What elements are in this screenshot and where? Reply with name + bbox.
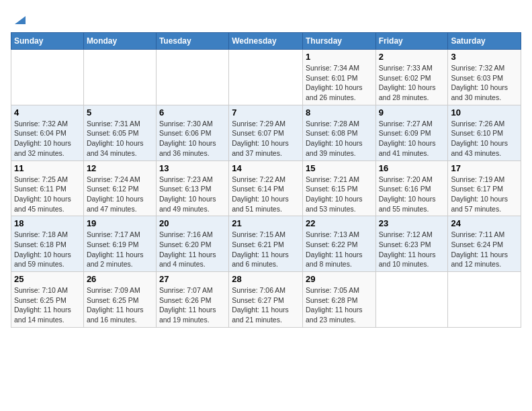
svg-marker-0 xyxy=(15,16,26,24)
calendar-cell xyxy=(229,50,303,105)
calendar-cell: 2Sunrise: 7:33 AM Sunset: 6:02 PM Daylig… xyxy=(375,50,448,105)
calendar-cell: 6Sunrise: 7:30 AM Sunset: 6:06 PM Daylig… xyxy=(156,105,228,161)
calendar-cell: 28Sunrise: 7:06 AM Sunset: 6:27 PM Dayli… xyxy=(229,272,303,328)
day-info: Sunrise: 7:32 AM Sunset: 6:04 PM Dayligh… xyxy=(14,119,81,158)
calendar-week-row: 18Sunrise: 7:18 AM Sunset: 6:18 PM Dayli… xyxy=(11,216,521,272)
calendar-cell xyxy=(83,50,156,105)
day-number: 26 xyxy=(87,274,153,284)
calendar-cell: 13Sunrise: 7:23 AM Sunset: 6:13 PM Dayli… xyxy=(156,161,228,216)
calendar-table: SundayMondayTuesdayWednesdayThursdayFrid… xyxy=(11,32,521,328)
day-info: Sunrise: 7:11 AM Sunset: 6:24 PM Dayligh… xyxy=(451,230,518,269)
calendar-week-row: 1Sunrise: 7:34 AM Sunset: 6:01 PM Daylig… xyxy=(11,50,521,105)
calendar-cell: 9Sunrise: 7:27 AM Sunset: 6:09 PM Daylig… xyxy=(375,105,448,161)
weekday-header-cell: Saturday xyxy=(448,33,521,50)
calendar-cell: 11Sunrise: 7:25 AM Sunset: 6:11 PM Dayli… xyxy=(11,161,84,216)
calendar-cell: 19Sunrise: 7:17 AM Sunset: 6:19 PM Dayli… xyxy=(83,216,156,272)
day-number: 28 xyxy=(232,274,300,284)
day-number: 5 xyxy=(87,107,153,118)
calendar-week-row: 11Sunrise: 7:25 AM Sunset: 6:11 PM Dayli… xyxy=(11,161,521,216)
calendar-cell: 22Sunrise: 7:13 AM Sunset: 6:22 PM Dayli… xyxy=(302,216,375,272)
calendar-cell: 17Sunrise: 7:19 AM Sunset: 6:17 PM Dayli… xyxy=(448,161,521,216)
weekday-header-cell: Thursday xyxy=(302,33,375,50)
day-number: 8 xyxy=(306,107,373,118)
day-number: 12 xyxy=(87,163,153,173)
day-info: Sunrise: 7:19 AM Sunset: 6:17 PM Dayligh… xyxy=(451,175,518,214)
calendar-cell: 14Sunrise: 7:22 AM Sunset: 6:14 PM Dayli… xyxy=(229,161,303,216)
weekday-header: SundayMondayTuesdayWednesdayThursdayFrid… xyxy=(11,33,521,50)
day-number: 3 xyxy=(451,52,518,62)
calendar-cell: 3Sunrise: 7:32 AM Sunset: 6:03 PM Daylig… xyxy=(448,50,521,105)
day-info: Sunrise: 7:20 AM Sunset: 6:16 PM Dayligh… xyxy=(379,175,445,214)
day-info: Sunrise: 7:22 AM Sunset: 6:14 PM Dayligh… xyxy=(232,175,300,214)
day-info: Sunrise: 7:16 AM Sunset: 6:20 PM Dayligh… xyxy=(159,230,226,269)
day-number: 17 xyxy=(451,163,518,173)
calendar-cell xyxy=(156,50,228,105)
day-number: 11 xyxy=(14,163,81,173)
calendar-cell: 5Sunrise: 7:31 AM Sunset: 6:05 PM Daylig… xyxy=(83,105,156,161)
day-number: 14 xyxy=(232,163,300,173)
calendar-cell: 7Sunrise: 7:29 AM Sunset: 6:07 PM Daylig… xyxy=(229,105,303,161)
weekday-header-cell: Sunday xyxy=(11,33,84,50)
day-number: 22 xyxy=(306,218,373,228)
day-info: Sunrise: 7:34 AM Sunset: 6:01 PM Dayligh… xyxy=(306,63,373,103)
calendar-cell: 8Sunrise: 7:28 AM Sunset: 6:08 PM Daylig… xyxy=(302,105,375,161)
calendar-cell: 29Sunrise: 7:05 AM Sunset: 6:28 PM Dayli… xyxy=(302,272,375,328)
calendar-cell: 21Sunrise: 7:15 AM Sunset: 6:21 PM Dayli… xyxy=(229,216,303,272)
day-number: 27 xyxy=(159,274,226,284)
day-info: Sunrise: 7:07 AM Sunset: 6:26 PM Dayligh… xyxy=(159,285,226,325)
day-info: Sunrise: 7:15 AM Sunset: 6:21 PM Dayligh… xyxy=(232,230,300,269)
day-number: 10 xyxy=(451,107,518,118)
day-number: 20 xyxy=(159,218,226,228)
day-info: Sunrise: 7:05 AM Sunset: 6:28 PM Dayligh… xyxy=(306,285,373,325)
calendar-cell xyxy=(375,272,448,328)
weekday-header-cell: Friday xyxy=(375,33,448,50)
day-info: Sunrise: 7:23 AM Sunset: 6:13 PM Dayligh… xyxy=(159,175,226,214)
calendar-cell: 20Sunrise: 7:16 AM Sunset: 6:20 PM Dayli… xyxy=(156,216,228,272)
calendar-cell xyxy=(448,272,521,328)
calendar-cell xyxy=(11,50,84,105)
calendar-cell: 24Sunrise: 7:11 AM Sunset: 6:24 PM Dayli… xyxy=(448,216,521,272)
calendar-week-row: 25Sunrise: 7:10 AM Sunset: 6:25 PM Dayli… xyxy=(11,272,521,328)
day-info: Sunrise: 7:21 AM Sunset: 6:15 PM Dayligh… xyxy=(306,175,373,214)
day-number: 9 xyxy=(379,107,445,118)
calendar-cell: 1Sunrise: 7:34 AM Sunset: 6:01 PM Daylig… xyxy=(302,50,375,105)
weekday-header-cell: Tuesday xyxy=(156,33,228,50)
day-number: 25 xyxy=(14,274,81,284)
day-info: Sunrise: 7:18 AM Sunset: 6:18 PM Dayligh… xyxy=(14,230,81,269)
day-info: Sunrise: 7:10 AM Sunset: 6:25 PM Dayligh… xyxy=(14,285,81,325)
calendar-cell: 15Sunrise: 7:21 AM Sunset: 6:15 PM Dayli… xyxy=(302,161,375,216)
calendar-cell: 27Sunrise: 7:07 AM Sunset: 6:26 PM Dayli… xyxy=(156,272,228,328)
day-number: 15 xyxy=(306,163,373,173)
day-number: 29 xyxy=(306,274,373,284)
calendar-cell: 10Sunrise: 7:26 AM Sunset: 6:10 PM Dayli… xyxy=(448,105,521,161)
day-info: Sunrise: 7:30 AM Sunset: 6:06 PM Dayligh… xyxy=(159,119,226,158)
calendar-cell: 23Sunrise: 7:12 AM Sunset: 6:23 PM Dayli… xyxy=(375,216,448,272)
logo xyxy=(11,11,28,27)
day-number: 7 xyxy=(232,107,300,118)
day-number: 18 xyxy=(14,218,81,228)
day-number: 23 xyxy=(379,218,445,228)
day-number: 2 xyxy=(379,52,445,62)
day-info: Sunrise: 7:06 AM Sunset: 6:27 PM Dayligh… xyxy=(232,285,300,325)
day-info: Sunrise: 7:33 AM Sunset: 6:02 PM Dayligh… xyxy=(379,63,445,103)
day-info: Sunrise: 7:25 AM Sunset: 6:11 PM Dayligh… xyxy=(14,175,81,214)
day-number: 16 xyxy=(379,163,445,173)
day-number: 21 xyxy=(232,218,300,228)
calendar-cell: 26Sunrise: 7:09 AM Sunset: 6:25 PM Dayli… xyxy=(83,272,156,328)
calendar-week-row: 4Sunrise: 7:32 AM Sunset: 6:04 PM Daylig… xyxy=(11,105,521,161)
calendar-cell: 12Sunrise: 7:24 AM Sunset: 6:12 PM Dayli… xyxy=(83,161,156,216)
weekday-header-cell: Wednesday xyxy=(229,33,303,50)
day-info: Sunrise: 7:29 AM Sunset: 6:07 PM Dayligh… xyxy=(232,119,300,158)
day-info: Sunrise: 7:28 AM Sunset: 6:08 PM Dayligh… xyxy=(306,119,373,158)
day-info: Sunrise: 7:13 AM Sunset: 6:22 PM Dayligh… xyxy=(306,230,373,269)
calendar-cell: 18Sunrise: 7:18 AM Sunset: 6:18 PM Dayli… xyxy=(11,216,84,272)
day-number: 13 xyxy=(159,163,226,173)
day-number: 19 xyxy=(87,218,153,228)
day-info: Sunrise: 7:12 AM Sunset: 6:23 PM Dayligh… xyxy=(379,230,445,269)
day-info: Sunrise: 7:09 AM Sunset: 6:25 PM Dayligh… xyxy=(87,285,153,325)
calendar-cell: 25Sunrise: 7:10 AM Sunset: 6:25 PM Dayli… xyxy=(11,272,84,328)
header xyxy=(11,11,521,27)
day-info: Sunrise: 7:32 AM Sunset: 6:03 PM Dayligh… xyxy=(451,63,518,103)
calendar-cell: 16Sunrise: 7:20 AM Sunset: 6:16 PM Dayli… xyxy=(375,161,448,216)
calendar-cell: 4Sunrise: 7:32 AM Sunset: 6:04 PM Daylig… xyxy=(11,105,84,161)
